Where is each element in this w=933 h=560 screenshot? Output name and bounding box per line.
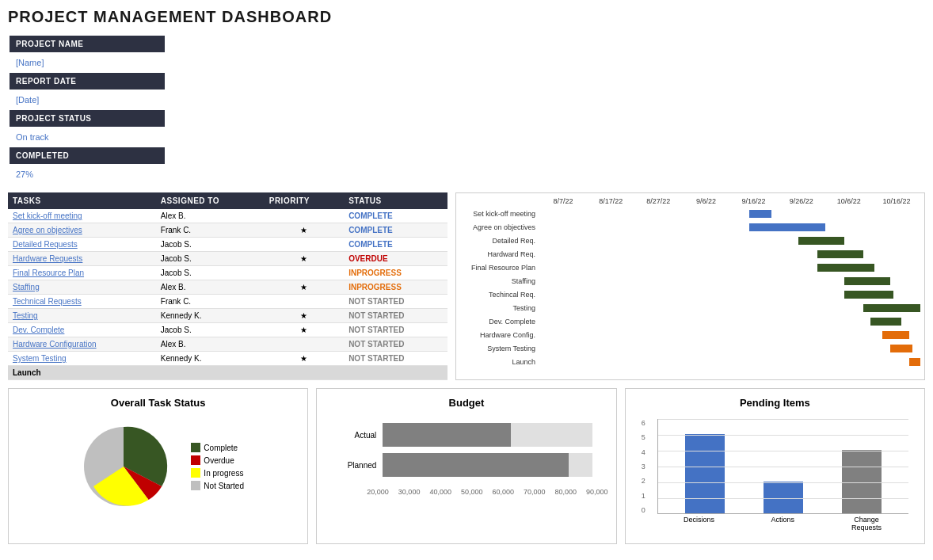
priority [265, 209, 344, 223]
gantt-row-label: System Testing [460, 345, 539, 352]
pending-bar [764, 482, 803, 513]
task-name[interactable]: Set kick-off meeting [8, 209, 156, 223]
col-priority: PRIORITY [265, 192, 344, 209]
gantt-row: System Testing [460, 342, 920, 355]
y-axis-label: 5 [642, 433, 645, 441]
assigned-to: Jacob S. [156, 323, 265, 337]
pending-chart-box: Pending Items 0123456 Decisi [625, 388, 925, 544]
assigned-to [156, 366, 265, 380]
pending-chart-title: Pending Items [634, 397, 916, 409]
gantt-bar [798, 237, 844, 245]
gantt-row: Agree on objectives [460, 221, 920, 234]
gantt-bar [749, 223, 825, 231]
status-badge: COMPLETE [344, 223, 447, 238]
gantt-row: Detailed Req. [460, 234, 920, 247]
gantt-row-label: Testing [460, 304, 539, 312]
gantt-row: Final Resource Plan [460, 261, 920, 274]
gantt-bar-area [539, 234, 920, 247]
gridline [658, 419, 908, 420]
gantt-bar [882, 331, 909, 339]
task-section: TASKS ASSIGNED TO PRIORITY STATUS Set ki… [8, 192, 447, 380]
main-content: TASKS ASSIGNED TO PRIORITY STATUS Set ki… [8, 192, 925, 380]
legend-item: In progress [191, 468, 244, 478]
y-axis-label: 3 [642, 463, 645, 470]
priority: ★ [265, 352, 344, 366]
status-badge: INPROGRESS [344, 266, 447, 280]
task-name[interactable]: Detailed Requests [8, 238, 156, 252]
pending-x-label: Decisions [672, 516, 727, 531]
legend-label: Not Started [204, 482, 244, 490]
gantt-date-label: 8/17/22 [587, 197, 634, 205]
gantt-bar-area [539, 208, 920, 220]
budget-axis-label: 80,000 [555, 488, 577, 496]
gantt-bar [870, 318, 901, 326]
assigned-to: Alex B. [156, 337, 265, 352]
priority: ★ [265, 323, 344, 337]
gantt-bar-area [539, 288, 920, 301]
gantt-row-label: Set kick-off meeting [460, 210, 539, 218]
pending-bar [685, 434, 725, 513]
gantt-bar [844, 277, 890, 285]
assigned-to: Frank C. [156, 295, 265, 309]
gantt-bar-area [539, 329, 920, 341]
task-name[interactable]: Staffing [8, 280, 156, 295]
y-axis-label: 4 [642, 448, 645, 456]
project-status-label: PROJECT STATUS [10, 110, 165, 127]
budget-axis-label: 40,000 [429, 488, 451, 496]
assigned-to: Kennedy K. [156, 352, 265, 366]
status-badge: NOT STARTED [344, 337, 447, 352]
gantt-bar [890, 345, 913, 352]
dashboard-title: PROJECT MANAGEMENT DASHBOARD [8, 8, 925, 26]
y-axis-label: 0 [642, 506, 645, 514]
task-name[interactable]: Agree on objectives [8, 223, 156, 238]
legend-item: Complete [191, 443, 244, 452]
legend-label: Complete [204, 444, 238, 452]
task-name[interactable]: Hardware Configuration [8, 337, 156, 352]
gantt-bar-area [539, 261, 920, 274]
gantt-row: Set kick-off meeting [460, 208, 920, 220]
task-table: TASKS ASSIGNED TO PRIORITY STATUS Set ki… [8, 192, 447, 380]
task-name[interactable]: System Testing [8, 352, 156, 366]
budget-axis-label: 60,000 [492, 488, 514, 496]
gridline [658, 498, 908, 499]
pending-bar-col [685, 434, 725, 513]
priority: ★ [265, 309, 344, 323]
y-axis: 0123456 [642, 419, 645, 514]
table-row: Hardware ConfigurationAlex B.NOT STARTED [8, 337, 447, 352]
task-name[interactable]: Final Resource Plan [8, 266, 156, 280]
bar-area [657, 419, 908, 514]
col-status: STATUS [344, 192, 447, 209]
y-axis-label: 1 [642, 492, 645, 500]
col-tasks: TASKS [8, 192, 156, 209]
y-axis-label: 2 [642, 477, 645, 485]
legend-item: Overdue [191, 455, 244, 465]
legend-color [191, 443, 200, 452]
assigned-to: Alex B. [156, 209, 265, 223]
table-row: System TestingKennedy K.★NOT STARTED [8, 352, 447, 366]
status-badge: NOT STARTED [344, 295, 447, 309]
task-name[interactable]: Testing [8, 309, 156, 323]
assigned-to: Frank C. [156, 223, 265, 238]
gantt-row-label: Final Resource Plan [460, 264, 539, 272]
table-row: Agree on objectivesFrank C.★COMPLETE [8, 223, 447, 238]
gantt-row-label: Launch [460, 358, 539, 366]
table-row: Detailed RequestsJacob S.COMPLETE [8, 238, 447, 252]
gridline [658, 467, 908, 467]
pending-x-label: Change Requests [839, 516, 894, 531]
status-badge: COMPLETE [344, 238, 447, 252]
budget-bar [383, 423, 511, 447]
report-date-value: [Date] [10, 91, 165, 109]
task-name[interactable]: Dev. Complete [8, 323, 156, 337]
gantt-row-label: Detailed Req. [460, 237, 539, 245]
budget-bar-container [383, 453, 592, 477]
task-name[interactable]: Hardware Requests [8, 252, 156, 266]
status-badge: NOT STARTED [344, 323, 447, 337]
gantt-row: Testing [460, 302, 920, 314]
table-row: TestingKennedy K.★NOT STARTED [8, 309, 447, 323]
status-badge [344, 366, 447, 380]
gantt-bar-area [539, 221, 920, 234]
task-name[interactable]: Technical Requests [8, 295, 156, 309]
priority: ★ [265, 252, 344, 266]
gantt-date-label: 10/16/22 [873, 197, 920, 205]
gantt-row: Techincal Req. [460, 288, 920, 301]
